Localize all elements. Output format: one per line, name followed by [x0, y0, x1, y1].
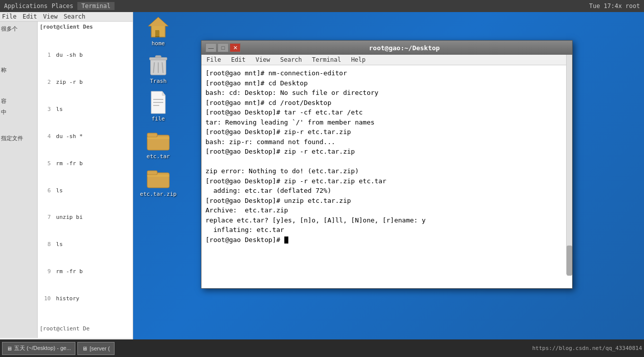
line-3: 3 ls — [42, 105, 129, 114]
terminal-menubar: File Edit View Search Terminal Help — [201, 55, 572, 65]
svg-rect-16 — [147, 137, 169, 139]
terminal-controls: — □ ✕ — [205, 43, 241, 52]
home-label: home — [152, 40, 165, 47]
fm-menu-view[interactable]: View — [43, 13, 58, 20]
fm-main: [root@client Des 1 du -sh b 2 zip -r b 3… — [38, 22, 133, 338]
desktop: Applications Places Terminal Tue 17:4x r… — [0, 0, 644, 357]
line-8: 8 ls — [42, 240, 129, 250]
etc-tar-icon — [146, 128, 170, 152]
terminal-cursor — [284, 236, 288, 244]
terminal-window: — □ ✕ root@gao:~/Desktop File Edit View … — [201, 40, 573, 289]
sidebar-label-3: 容 中 — [1, 96, 36, 118]
terminal-menu-search[interactable]: Search — [275, 55, 307, 65]
home-icon-svg — [146, 15, 170, 39]
etc-tar-label: etc.tar — [147, 153, 170, 160]
fm-header: [root@client Des — [40, 24, 131, 30]
clock: Tue 17:4x root — [589, 3, 640, 10]
desktop-icon-trash[interactable]: Trash — [141, 53, 176, 84]
etc-tar-zip-svg — [146, 166, 170, 190]
desktop-icon-file[interactable]: file — [141, 90, 176, 122]
places-menu[interactable]: Places — [52, 3, 73, 10]
terminal-title: root@gao:~/Desktop — [241, 44, 568, 52]
taskbar-top-left: Applications Places Terminal — [4, 2, 115, 10]
etc-tar-svg — [146, 128, 170, 152]
fm-footer: [root@client De — [40, 325, 131, 332]
taskbar-label1: 五天 (~/Desktop) - ge... — [14, 344, 71, 352]
taskbar-item-server[interactable]: 🖥 [server ( — [77, 342, 114, 355]
terminal-menu-edit[interactable]: Edit — [226, 55, 251, 65]
file-icon-svg — [148, 90, 168, 114]
svg-rect-18 — [147, 171, 157, 175]
taskbar-item-terminal1[interactable]: 🖥 五天 (~/Desktop) - ge... — [2, 342, 75, 355]
sidebar-label-1: 很多个 — [1, 24, 36, 35]
applications-menu[interactable]: Applications — [4, 3, 48, 10]
terminal-menu-view[interactable]: View — [251, 55, 275, 65]
fm-text-area: 1 du -sh b 2 zip -r b 3 ls 4 du -sh * 5 … — [40, 31, 131, 323]
terminal-menu-terminal[interactable]: Terminal — [307, 55, 346, 65]
line-7: 7 unzip bi — [42, 213, 129, 222]
maximize-button[interactable]: □ — [218, 43, 229, 52]
svg-rect-8 — [155, 56, 161, 58]
etc-tar-zip-label: etc.tar.zip — [140, 191, 177, 197]
svg-rect-19 — [147, 175, 169, 177]
close-button[interactable]: ✕ — [230, 43, 241, 52]
minimize-button[interactable]: — — [205, 43, 217, 52]
terminal-titlebar: — □ ✕ root@gao:~/Desktop — [201, 41, 572, 55]
svg-rect-15 — [147, 133, 157, 137]
etc-tar-zip-icon — [146, 166, 170, 190]
taskbar-icon2: 🖥 — [82, 345, 87, 351]
taskbar-icon1: 🖥 — [7, 345, 12, 351]
line-10: 10 history — [42, 294, 129, 304]
taskbar-url: https://blog.csdn.net/qq_43340814 — [532, 345, 642, 351]
terminal-body[interactable]: [root@gao mnt]# nm-connection-editor [ro… — [201, 65, 572, 288]
fm-sidebar: 很多个 称 容 中 指定文件 — [0, 22, 38, 338]
terminal-scrollbar[interactable] — [566, 55, 572, 274]
file-label: file — [152, 115, 165, 122]
line-6: 6 ls — [42, 186, 129, 196]
desktop-icon-etc-tar-zip[interactable]: etc.tar.zip — [141, 166, 176, 197]
sidebar-label-4: 指定文件 — [1, 133, 36, 144]
file-icon — [146, 90, 170, 114]
fm-menu-search[interactable]: Search — [64, 13, 85, 20]
desktop-icon-home[interactable]: home — [141, 15, 176, 47]
taskbar-bottom: 🖥 五天 (~/Desktop) - ge... 🖥 [server ( htt… — [0, 339, 644, 357]
scrollbar-thumb[interactable] — [567, 246, 572, 276]
trash-label: Trash — [150, 78, 166, 84]
line-2: 2 zip -r b — [42, 78, 129, 87]
taskbar-top-right: Tue 17:4x root — [589, 3, 640, 10]
taskbar-label2: [server ( — [89, 345, 110, 351]
fm-menu-edit[interactable]: Edit — [23, 13, 37, 20]
fm-menu-file[interactable]: File — [2, 13, 17, 20]
svg-rect-2 — [152, 26, 164, 36]
file-manager-content: 很多个 称 容 中 指定文件 [root@client Des 1 du -sh… — [0, 22, 133, 338]
trash-icon — [146, 53, 170, 77]
fm-sidebar-labels: 很多个 称 容 中 指定文件 — [0, 22, 37, 146]
file-manager: File Edit View Search 很多个 称 容 中 指定文件 [ro… — [0, 12, 133, 339]
terminal-menu-item[interactable]: Terminal — [77, 2, 115, 10]
desktop-icons-area: home Trash — [141, 15, 176, 197]
terminal-menu-help[interactable]: Help — [346, 55, 371, 65]
sidebar-label-2: 称 — [1, 65, 36, 76]
trash-icon-svg — [147, 53, 169, 77]
terminal-output: [root@gao mnt]# nm-connection-editor [ro… — [205, 68, 568, 245]
home-icon — [146, 15, 170, 39]
line-5: 5 rm -fr b — [42, 159, 129, 169]
svg-marker-10 — [162, 91, 165, 95]
line-9: 9 rm -fr b — [42, 267, 129, 277]
taskbar-top: Applications Places Terminal Tue 17:4x r… — [0, 0, 644, 12]
line-4: 4 du -sh * — [42, 132, 129, 142]
terminal-menu-file[interactable]: File — [201, 55, 226, 65]
line-1: 1 du -sh b — [42, 51, 129, 60]
desktop-icon-etc-tar[interactable]: etc.tar — [141, 128, 176, 160]
file-manager-menubar: File Edit View Search — [0, 12, 133, 22]
